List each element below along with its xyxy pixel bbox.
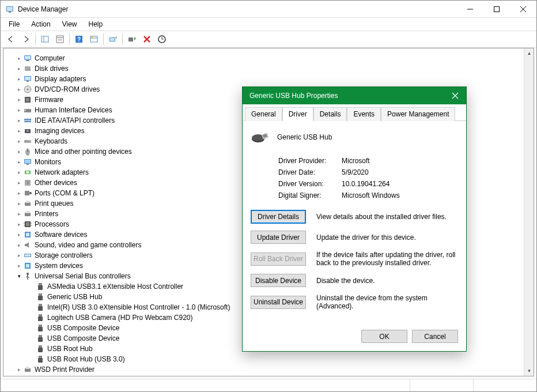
usb-device-icon: [36, 282, 45, 291]
tree-item-label: Printers: [35, 209, 58, 219]
expander-icon[interactable]: ▸: [15, 179, 23, 187]
expander-icon[interactable]: ▸: [15, 189, 23, 197]
dialog-close-button[interactable]: [447, 89, 464, 102]
tree-item[interactable]: ▸ Disk drives: [7, 63, 534, 74]
driver-info-grid: Driver Provider:Microsoft Driver Date:5/…: [278, 157, 458, 199]
rollback-driver-desc: If the device fails after updating the d…: [316, 251, 458, 267]
expander-icon[interactable]: ▸: [15, 210, 23, 218]
window-title: Device Manager: [18, 5, 457, 13]
ok-button[interactable]: OK: [361, 330, 407, 343]
rollback-driver-button: Roll Back Driver: [251, 252, 306, 266]
svg-rect-35: [26, 98, 29, 101]
expander-icon[interactable]: ▸: [15, 168, 23, 176]
scroll-down-arrow[interactable]: ▼: [524, 366, 534, 376]
expander-icon[interactable]: ▸: [15, 251, 23, 259]
provider-value: Microsoft: [342, 157, 370, 165]
expander-icon[interactable]: ▸: [15, 199, 23, 208]
menu-help[interactable]: Help: [83, 19, 109, 29]
tab-details[interactable]: Details: [313, 107, 347, 121]
tree-item[interactable]: ▸ WSD Print Provider: [7, 364, 534, 375]
svg-rect-92: [38, 358, 43, 363]
forward-button[interactable]: [19, 32, 33, 46]
maximize-button[interactable]: [483, 1, 510, 18]
disable-device-desc: Disable the device.: [316, 277, 375, 285]
category-icon: [23, 365, 32, 374]
expander-icon[interactable]: ▸: [15, 127, 23, 135]
expander-icon[interactable]: ▸: [15, 54, 23, 62]
svg-rect-88: [38, 337, 43, 342]
svg-point-28: [29, 69, 30, 70]
expander-placeholder: [28, 282, 36, 291]
category-icon: [23, 189, 32, 198]
usb-device-icon: [36, 313, 45, 322]
menu-action[interactable]: Action: [25, 19, 56, 29]
tree-item[interactable]: USB Root Hub (USB 3.0): [7, 354, 534, 364]
expander-icon[interactable]: ▸: [15, 220, 23, 228]
driver-details-button[interactable]: Driver Details: [251, 210, 306, 224]
expander-icon[interactable]: ▾: [15, 272, 23, 280]
svg-rect-42: [24, 140, 31, 143]
tab-power-management[interactable]: Power Management: [381, 107, 455, 121]
cancel-button[interactable]: Cancel: [412, 330, 458, 343]
expander-icon[interactable]: ▸: [15, 65, 23, 73]
svg-rect-79: [39, 293, 42, 296]
menu-file[interactable]: File: [3, 19, 25, 29]
vertical-scrollbar[interactable]: ▲ ▼: [524, 48, 534, 376]
tree-item-label: Imaging devices: [35, 126, 85, 136]
expander-icon[interactable]: ▸: [15, 262, 23, 270]
expander-icon[interactable]: ▸: [15, 158, 23, 166]
category-icon: ?: [23, 178, 32, 187]
properties-button[interactable]: [53, 32, 67, 46]
category-icon: [23, 209, 32, 218]
view-mode-button[interactable]: [87, 32, 101, 46]
expander-icon[interactable]: ▸: [15, 148, 23, 156]
update-driver-button[interactable]: [106, 32, 120, 46]
expander-icon[interactable]: ▸: [15, 75, 23, 83]
minimize-button[interactable]: [457, 1, 483, 18]
tree-item-label: Print queues: [35, 198, 73, 209]
svg-rect-87: [39, 335, 42, 337]
scroll-up-arrow[interactable]: ▲: [524, 48, 534, 58]
close-button[interactable]: [510, 1, 536, 18]
update-driver-button[interactable]: Update Driver: [251, 231, 306, 244]
tree-item[interactable]: ▸ Computer: [7, 53, 534, 63]
dialog-titlebar[interactable]: Generic USB Hub Properties: [243, 87, 466, 104]
svg-rect-55: [25, 191, 29, 195]
tab-general[interactable]: General: [245, 107, 282, 121]
uninstall-device-button[interactable]: [140, 32, 154, 46]
menu-view[interactable]: View: [56, 19, 83, 29]
tree-item-label: Logitech USB Camera (HD Pro Webcam C920): [47, 312, 193, 323]
dialog-title: Generic USB Hub Properties: [249, 92, 447, 100]
enable-device-button[interactable]: [125, 32, 139, 46]
svg-rect-60: [26, 211, 29, 213]
expander-icon[interactable]: ▸: [15, 96, 23, 104]
expander-icon[interactable]: ▸: [15, 231, 23, 239]
expander-icon[interactable]: ▸: [15, 241, 23, 249]
expander-icon[interactable]: ▸: [15, 106, 23, 114]
svg-rect-68: [26, 233, 29, 236]
expander-icon[interactable]: ▸: [15, 116, 23, 125]
statusbar: [1, 379, 536, 391]
expander-icon[interactable]: ▸: [15, 365, 23, 374]
back-button[interactable]: [4, 32, 18, 46]
svg-rect-2: [9, 12, 11, 13]
uninstall-device-desc: Uninstall the device from the system (Ad…: [316, 294, 458, 310]
expander-icon[interactable]: ▸: [15, 85, 23, 93]
expander-icon[interactable]: ▸: [15, 137, 23, 145]
svg-rect-19: [110, 38, 115, 41]
svg-rect-26: [26, 60, 29, 61]
show-hide-tree-button[interactable]: [38, 32, 52, 46]
tree-item[interactable]: ▸ Display adapters: [7, 74, 534, 84]
svg-rect-50: [27, 164, 29, 165]
scan-hardware-button[interactable]: [155, 32, 169, 46]
tab-events[interactable]: Events: [347, 107, 381, 121]
uninstall-device-button[interactable]: Uninstall Device: [251, 296, 306, 309]
tab-driver[interactable]: Driver: [282, 107, 313, 121]
svg-rect-78: [38, 285, 43, 290]
disable-device-button[interactable]: Disable Device: [251, 274, 306, 287]
usb-device-icon: [251, 128, 269, 146]
usb-device-icon: [36, 323, 45, 333]
version-label: Driver Version:: [278, 180, 342, 188]
help-button[interactable]: ?: [72, 32, 86, 46]
svg-rect-89: [39, 345, 42, 348]
